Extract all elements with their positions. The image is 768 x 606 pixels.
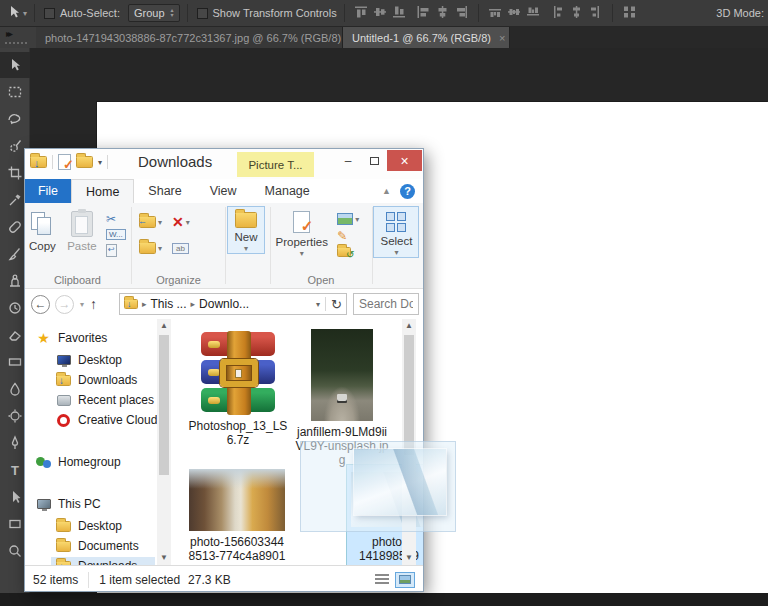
sidebar-item-this-pc[interactable]: This PC: [35, 495, 101, 513]
panel-grip-icon[interactable]: [5, 42, 27, 44]
search-input[interactable]: [353, 293, 419, 315]
properties-button[interactable]: ✓ Properties ▾: [272, 206, 332, 258]
tab-file[interactable]: File: [25, 179, 71, 203]
new-folder-shortcut-icon[interactable]: [76, 156, 93, 168]
file-item-street-photo[interactable]: photo-1566033448513-774c4a890164.j: [181, 535, 293, 565]
new-button[interactable]: New ▾: [227, 206, 265, 254]
slideshow-button[interactable]: ▾: [337, 213, 359, 225]
sidebar-item-downloads[interactable]: ↓ Downloads: [55, 371, 137, 389]
tab-home[interactable]: Home: [71, 179, 134, 203]
sidebar-item-pc-documents[interactable]: Documents: [55, 537, 139, 555]
move-to-button[interactable]: ←▾: [139, 214, 162, 230]
help-icon[interactable]: ?: [400, 184, 415, 199]
ribbon: Copy Paste ✂ W... ↩ Clipboard ←▾ ✕▾: [25, 203, 423, 289]
distribute-bottom-edges-icon[interactable]: [526, 5, 541, 21]
distribute-spacing-icon[interactable]: [622, 5, 638, 21]
scroll-down-icon[interactable]: ▼: [157, 551, 171, 565]
sidebar-item-creative-cloud[interactable]: Creative Cloud Fi: [55, 411, 157, 429]
collapse-panels-icon[interactable]: ▸▸: [6, 28, 10, 39]
lasso-tool[interactable]: [0, 106, 30, 132]
explorer-titlebar[interactable]: ↓ ✓ ▾ Downloads Picture T... – ×: [25, 149, 423, 179]
sidebar-item-pc-downloads[interactable]: ↓ Downloads: [51, 557, 155, 565]
distribute-vertical-centers-icon[interactable]: [507, 5, 522, 21]
distribute-left-edges-icon[interactable]: [550, 5, 565, 21]
close-button[interactable]: ×: [387, 150, 422, 171]
thumbnails-view-icon[interactable]: [395, 572, 415, 588]
align-left-edges-icon[interactable]: [416, 5, 431, 21]
history-button[interactable]: ↺: [337, 247, 359, 257]
file-item-archive[interactable]: Photoshop_13_LS6.7z: [183, 419, 293, 447]
sidebar-item-favorites[interactable]: ★ Favorites: [35, 329, 107, 347]
sidebar-item-desktop[interactable]: Desktop: [55, 351, 122, 369]
minimize-button[interactable]: –: [335, 150, 361, 171]
ps-tab-photo[interactable]: photo-1471943038886-87c772c31367.jpg @ 6…: [36, 27, 343, 48]
new-group: New ▾: [227, 203, 269, 288]
dropdown-arrows-icon: ▴▾: [171, 8, 174, 18]
align-right-edges-icon[interactable]: [454, 5, 469, 21]
auto-select-target-dropdown[interactable]: Group ▴▾: [128, 4, 180, 22]
select-button[interactable]: Select ▾: [373, 206, 419, 258]
forward-button[interactable]: →: [55, 295, 74, 314]
paste-button[interactable]: Paste: [63, 206, 100, 254]
customize-qat-icon[interactable]: ▾: [98, 158, 102, 167]
rename-button[interactable]: ab: [172, 242, 189, 254]
thumbnail-janfillem-photo[interactable]: [311, 329, 373, 421]
tab-share[interactable]: Share: [134, 179, 195, 203]
tab-manage[interactable]: Manage: [251, 179, 324, 203]
ribbon-tabs: File Home Share View Manage ▲ ?: [25, 179, 423, 203]
align-vertical-centers-icon[interactable]: [373, 5, 388, 21]
delete-button[interactable]: ✕▾: [172, 214, 190, 230]
sidebar-item-pc-desktop[interactable]: Desktop: [55, 517, 122, 535]
ps-tab-untitled[interactable]: Untitled-1 @ 66.7% (RGB/8) ×: [343, 27, 510, 48]
address-dropdown-icon[interactable]: ▾: [316, 300, 320, 309]
status-bar: 52 items 1 item selected 27.3 KB: [25, 565, 423, 593]
sidebar-item-recent-places[interactable]: Recent places: [55, 391, 154, 409]
back-button[interactable]: ←: [31, 295, 50, 314]
properties-shortcut-icon[interactable]: ✓: [58, 154, 71, 170]
scroll-up-icon[interactable]: ▲: [157, 319, 171, 333]
tab-view[interactable]: View: [196, 179, 251, 203]
move-tool[interactable]: [0, 52, 30, 78]
ps-document-tabs: photo-1471943038886-87c772c31367.jpg @ 6…: [36, 27, 768, 48]
up-button[interactable]: ↑: [90, 296, 97, 312]
copy-to-button[interactable]: ▾: [139, 242, 162, 254]
auto-select-checkbox[interactable]: [44, 8, 55, 19]
picture-tools-tab[interactable]: Picture T...: [237, 152, 314, 177]
show-transform-checkbox[interactable]: [197, 8, 208, 19]
close-tab-icon[interactable]: ×: [499, 32, 505, 44]
copy-path-button[interactable]: W...: [106, 229, 126, 240]
recent-locations-icon[interactable]: ▾: [80, 300, 84, 309]
align-top-edges-icon[interactable]: [354, 5, 369, 21]
ps-tools-header: ▸▸: [0, 27, 36, 48]
copy-button[interactable]: Copy: [25, 206, 60, 254]
cut-button[interactable]: ✂: [106, 213, 126, 225]
winrar-archive-icon[interactable]: [199, 331, 279, 415]
breadcrumb-this-pc[interactable]: This ...: [151, 297, 187, 311]
paste-shortcut-button[interactable]: ↩: [106, 244, 126, 257]
distribute-top-edges-icon[interactable]: [488, 5, 503, 21]
tool-preset-dropdown-icon[interactable]: ▾: [23, 9, 27, 18]
address-folder-icon: ↓: [124, 299, 138, 309]
rename-icon: ab: [172, 243, 189, 254]
align-bottom-edges-icon[interactable]: [392, 5, 407, 21]
distribute-horizontal-centers-icon[interactable]: [569, 5, 584, 21]
align-horizontal-centers-icon[interactable]: [435, 5, 450, 21]
distribute-right-edges-icon[interactable]: [588, 5, 603, 21]
address-box[interactable]: ↓ ▸ This ... ▸ Downlo... ▾ ↻: [119, 293, 347, 315]
move-tool-icon[interactable]: [7, 5, 21, 21]
drag-ghost-thumbnail[interactable]: [354, 449, 446, 515]
scroll-up-icon[interactable]: ▲: [402, 319, 416, 333]
sidebar-item-homegroup[interactable]: Homegroup: [35, 453, 121, 471]
nav-scrollbar[interactable]: ▲ ▼: [157, 319, 171, 565]
ps-status-strip: [0, 593, 768, 606]
maximize-button[interactable]: [361, 150, 387, 171]
refresh-icon[interactable]: ↻: [331, 297, 342, 312]
edit-button[interactable]: ✎: [337, 229, 359, 243]
minimize-ribbon-icon[interactable]: ▲: [382, 186, 391, 196]
marquee-tool[interactable]: [0, 79, 30, 105]
organize-group-label: Organize: [133, 274, 224, 286]
details-view-icon[interactable]: [375, 574, 389, 585]
breadcrumb-downloads[interactable]: Downlo...: [199, 297, 249, 311]
scroll-down-icon[interactable]: ▼: [402, 551, 416, 565]
thumbnail-street-photo[interactable]: [189, 469, 285, 531]
